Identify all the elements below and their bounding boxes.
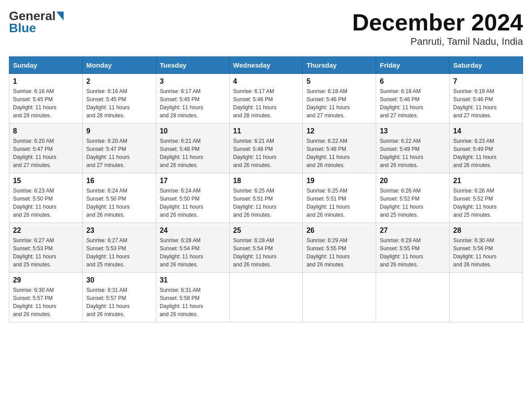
logo: General Blue <box>9 9 64 35</box>
day-number: 22 <box>13 227 79 235</box>
day-info: Sunrise: 6:25 AM Sunset: 5:51 PM Dayligh… <box>233 187 299 219</box>
col-saturday: Saturday <box>450 57 523 74</box>
table-row: 24 Sunrise: 6:28 AM Sunset: 5:54 PM Dayl… <box>156 223 229 273</box>
day-info: Sunrise: 6:17 AM Sunset: 5:45 PM Dayligh… <box>160 87 226 120</box>
page-header: General Blue December 2024 Panruti, Tami… <box>9 9 523 47</box>
day-number: 28 <box>453 227 519 235</box>
col-sunday: Sunday <box>9 57 83 74</box>
day-info: Sunrise: 6:25 AM Sunset: 5:51 PM Dayligh… <box>306 187 372 219</box>
day-info: Sunrise: 6:29 AM Sunset: 5:55 PM Dayligh… <box>306 236 372 269</box>
table-row: 11 Sunrise: 6:21 AM Sunset: 5:48 PM Dayl… <box>229 124 303 173</box>
col-friday: Friday <box>376 57 450 74</box>
table-row: 4 Sunrise: 6:17 AM Sunset: 5:46 PM Dayli… <box>229 74 303 124</box>
table-row: 22 Sunrise: 6:27 AM Sunset: 5:53 PM Dayl… <box>9 223 83 273</box>
day-number: 1 <box>13 77 79 86</box>
logo-blue: Blue <box>9 21 36 35</box>
location: Panruti, Tamil Nadu, India <box>352 36 523 47</box>
day-info: Sunrise: 6:31 AM Sunset: 5:57 PM Dayligh… <box>86 286 152 318</box>
day-number: 2 <box>86 77 152 86</box>
day-info: Sunrise: 6:16 AM Sunset: 5:45 PM Dayligh… <box>13 87 79 120</box>
day-info: Sunrise: 6:24 AM Sunset: 5:50 PM Dayligh… <box>160 187 226 219</box>
month-title: December 2024 <box>352 9 523 36</box>
calendar-header: Sunday Monday Tuesday Wednesday Thursday… <box>9 57 523 74</box>
table-row: 27 Sunrise: 6:29 AM Sunset: 5:55 PM Dayl… <box>376 223 450 273</box>
day-number: 3 <box>160 77 226 86</box>
table-row: 30 Sunrise: 6:31 AM Sunset: 5:57 PM Dayl… <box>82 273 156 322</box>
table-row: 17 Sunrise: 6:24 AM Sunset: 5:50 PM Dayl… <box>156 173 229 223</box>
table-row: 3 Sunrise: 6:17 AM Sunset: 5:45 PM Dayli… <box>156 74 229 124</box>
table-row: 18 Sunrise: 6:25 AM Sunset: 5:51 PM Dayl… <box>229 173 303 223</box>
table-row: 12 Sunrise: 6:22 AM Sunset: 5:48 PM Dayl… <box>303 124 376 173</box>
table-row: 23 Sunrise: 6:27 AM Sunset: 5:53 PM Dayl… <box>82 223 156 273</box>
logo-arrow-icon <box>56 12 64 21</box>
table-row: 29 Sunrise: 6:30 AM Sunset: 5:57 PM Dayl… <box>9 273 83 322</box>
day-number: 9 <box>86 127 152 135</box>
day-info: Sunrise: 6:23 AM Sunset: 5:50 PM Dayligh… <box>13 187 79 219</box>
day-info: Sunrise: 6:23 AM Sunset: 5:49 PM Dayligh… <box>453 137 519 169</box>
table-row: 19 Sunrise: 6:25 AM Sunset: 5:51 PM Dayl… <box>303 173 376 223</box>
day-info: Sunrise: 6:21 AM Sunset: 5:48 PM Dayligh… <box>160 137 226 169</box>
table-row: 2 Sunrise: 6:16 AM Sunset: 5:45 PM Dayli… <box>82 74 156 124</box>
day-number: 26 <box>306 227 372 235</box>
day-info: Sunrise: 6:30 AM Sunset: 5:57 PM Dayligh… <box>13 286 79 318</box>
day-number: 13 <box>380 127 446 135</box>
table-row: 10 Sunrise: 6:21 AM Sunset: 5:48 PM Dayl… <box>156 124 229 173</box>
day-info: Sunrise: 6:24 AM Sunset: 5:50 PM Dayligh… <box>86 187 152 219</box>
day-number: 25 <box>233 227 299 235</box>
day-number: 11 <box>233 127 299 135</box>
day-number: 17 <box>160 177 226 185</box>
days-of-week-row: Sunday Monday Tuesday Wednesday Thursday… <box>9 57 523 74</box>
day-number: 4 <box>233 77 299 86</box>
day-info: Sunrise: 6:27 AM Sunset: 5:53 PM Dayligh… <box>13 236 79 269</box>
col-tuesday: Tuesday <box>156 57 229 74</box>
col-thursday: Thursday <box>303 57 376 74</box>
table-row: 7 Sunrise: 6:19 AM Sunset: 5:46 PM Dayli… <box>450 74 523 124</box>
calendar-body: 1 Sunrise: 6:16 AM Sunset: 5:45 PM Dayli… <box>9 74 523 322</box>
table-row: 14 Sunrise: 6:23 AM Sunset: 5:49 PM Dayl… <box>450 124 523 173</box>
table-row: 9 Sunrise: 6:20 AM Sunset: 5:47 PM Dayli… <box>82 124 156 173</box>
table-row: 28 Sunrise: 6:30 AM Sunset: 5:56 PM Dayl… <box>450 223 523 273</box>
col-monday: Monday <box>82 57 156 74</box>
day-number: 29 <box>13 276 79 284</box>
day-number: 21 <box>453 177 519 185</box>
day-info: Sunrise: 6:27 AM Sunset: 5:53 PM Dayligh… <box>86 236 152 269</box>
day-info: Sunrise: 6:18 AM Sunset: 5:46 PM Dayligh… <box>380 87 446 120</box>
day-number: 8 <box>13 127 79 135</box>
table-row: 5 Sunrise: 6:18 AM Sunset: 5:46 PM Dayli… <box>303 74 376 124</box>
day-info: Sunrise: 6:29 AM Sunset: 5:55 PM Dayligh… <box>380 236 446 269</box>
table-row: 8 Sunrise: 6:20 AM Sunset: 5:47 PM Dayli… <box>9 124 83 173</box>
calendar-table: Sunday Monday Tuesday Wednesday Thursday… <box>9 56 523 322</box>
day-info: Sunrise: 6:20 AM Sunset: 5:47 PM Dayligh… <box>86 137 152 169</box>
table-row: 26 Sunrise: 6:29 AM Sunset: 5:55 PM Dayl… <box>303 223 376 273</box>
table-row: 1 Sunrise: 6:16 AM Sunset: 5:45 PM Dayli… <box>9 74 83 124</box>
day-number: 27 <box>380 227 446 235</box>
table-row: 16 Sunrise: 6:24 AM Sunset: 5:50 PM Dayl… <box>82 173 156 223</box>
day-info: Sunrise: 6:30 AM Sunset: 5:56 PM Dayligh… <box>453 236 519 269</box>
day-info: Sunrise: 6:22 AM Sunset: 5:49 PM Dayligh… <box>380 137 446 169</box>
table-row <box>229 273 303 322</box>
day-number: 23 <box>86 227 152 235</box>
day-info: Sunrise: 6:28 AM Sunset: 5:54 PM Dayligh… <box>160 236 226 269</box>
table-row: 31 Sunrise: 6:31 AM Sunset: 5:58 PM Dayl… <box>156 273 229 322</box>
day-number: 10 <box>160 127 226 135</box>
day-info: Sunrise: 6:22 AM Sunset: 5:48 PM Dayligh… <box>306 137 372 169</box>
day-info: Sunrise: 6:26 AM Sunset: 5:52 PM Dayligh… <box>380 187 446 219</box>
day-number: 30 <box>86 276 152 284</box>
day-info: Sunrise: 6:20 AM Sunset: 5:47 PM Dayligh… <box>13 137 79 169</box>
day-info: Sunrise: 6:16 AM Sunset: 5:45 PM Dayligh… <box>86 87 152 120</box>
table-row <box>376 273 450 322</box>
title-section: December 2024 Panruti, Tamil Nadu, India <box>352 9 523 47</box>
table-row: 6 Sunrise: 6:18 AM Sunset: 5:46 PM Dayli… <box>376 74 450 124</box>
table-row: 25 Sunrise: 6:28 AM Sunset: 5:54 PM Dayl… <box>229 223 303 273</box>
table-row: 20 Sunrise: 6:26 AM Sunset: 5:52 PM Dayl… <box>376 173 450 223</box>
day-number: 7 <box>453 77 519 86</box>
table-row <box>303 273 376 322</box>
day-number: 14 <box>453 127 519 135</box>
day-number: 6 <box>380 77 446 86</box>
day-number: 15 <box>13 177 79 185</box>
day-number: 19 <box>306 177 372 185</box>
day-info: Sunrise: 6:19 AM Sunset: 5:46 PM Dayligh… <box>453 87 519 120</box>
table-row: 13 Sunrise: 6:22 AM Sunset: 5:49 PM Dayl… <box>376 124 450 173</box>
col-wednesday: Wednesday <box>229 57 303 74</box>
day-number: 18 <box>233 177 299 185</box>
